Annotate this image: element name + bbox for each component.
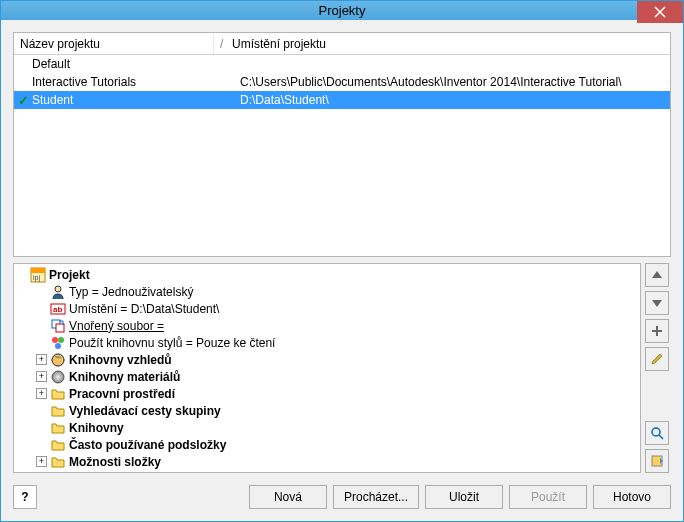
help-icon: ? (21, 490, 28, 504)
tree-workspace[interactable]: + Pracovní prostředí (16, 385, 638, 402)
add-button[interactable] (645, 319, 669, 343)
apply-button[interactable]: Použít (509, 485, 587, 509)
svg-point-9 (58, 337, 64, 343)
save-button[interactable]: Uložit (425, 485, 503, 509)
tree-root[interactable]: ipj Projekt (16, 266, 638, 283)
help-button[interactable]: ? (13, 485, 37, 509)
tree-location[interactable]: ab Umístění = D:\Data\Student\ (16, 300, 638, 317)
list-body: Default Interactive Tutorials C:\Users\P… (14, 55, 670, 256)
project-name: Student (32, 93, 224, 107)
svg-rect-7 (56, 324, 64, 332)
magnifier-icon (650, 426, 664, 440)
tree-appearance-libs[interactable]: + Knihovny vzhledů (16, 351, 638, 368)
project-name: Interactive Tutorials (32, 75, 224, 89)
config-icon (650, 454, 664, 468)
footer: ? Nová Procházet... Uložit Použít Hotovo (13, 479, 671, 509)
tree-style-lib[interactable]: Použít knihovnu stylů = Pouze ke čtení (16, 334, 638, 351)
content-area: Název projektu / Umístění projektu Defau… (1, 20, 683, 521)
svg-text:ab: ab (53, 305, 62, 314)
folder-icon (50, 403, 66, 419)
close-icon (654, 6, 666, 18)
list-header: Název projektu / Umístění projektu (14, 33, 670, 55)
down-icon (650, 296, 664, 310)
tree-nested-file[interactable]: Vnořený soubor = (16, 317, 638, 334)
svg-point-10 (55, 343, 61, 349)
col-header-location[interactable]: Umístění projektu (226, 34, 670, 54)
move-down-button[interactable] (645, 291, 669, 315)
project-dialog: Projekty Název projektu / Umístění proje… (0, 0, 684, 522)
project-icon: ipj (30, 267, 46, 283)
tree-frequent-subfolders[interactable]: Často používané podsložky (16, 436, 638, 453)
config-button[interactable] (645, 449, 669, 473)
tree-libraries[interactable]: Knihovny (16, 419, 638, 436)
new-button[interactable]: Nová (249, 485, 327, 509)
up-icon (650, 268, 664, 282)
move-up-button[interactable] (645, 263, 669, 287)
svg-point-13 (52, 371, 64, 383)
material-icon (50, 369, 66, 385)
check-icon: ✓ (14, 93, 32, 108)
svg-text:ipj: ipj (33, 274, 40, 282)
details-area: ipj Projekt Typ = Jednouživatelský ab (13, 263, 671, 473)
find-button[interactable] (645, 421, 669, 445)
browse-button[interactable]: Procházet... (333, 485, 419, 509)
folder-icon (50, 386, 66, 402)
tree-search-paths[interactable]: Vyhledávací cesty skupiny (16, 402, 638, 419)
svg-rect-1 (31, 268, 45, 273)
svg-point-8 (52, 337, 58, 343)
col-header-name[interactable]: Název projektu (14, 34, 214, 54)
side-buttons (645, 263, 671, 473)
project-list-panel: Název projektu / Umístění projektu Defau… (13, 32, 671, 257)
tree-folder-options[interactable]: + Možnosti složky (16, 453, 638, 470)
expand-icon[interactable]: + (36, 371, 47, 382)
project-name: Default (32, 57, 224, 71)
expand-icon[interactable]: + (36, 388, 47, 399)
person-icon (50, 284, 66, 300)
plus-icon (650, 324, 664, 338)
folder-icon (50, 454, 66, 470)
expand-icon[interactable]: + (36, 456, 47, 467)
project-location: D:\Data\Student\ (224, 93, 670, 107)
expand-icon[interactable]: + (36, 354, 47, 365)
project-row[interactable]: Default (14, 55, 670, 73)
folder-icon (50, 437, 66, 453)
project-tree: ipj Projekt Typ = Jednouživatelský ab (13, 263, 641, 473)
svg-point-3 (55, 286, 61, 292)
project-row[interactable]: ✓ Student D:\Data\Student\ (14, 91, 670, 109)
pencil-icon (650, 352, 664, 366)
edit-button[interactable] (645, 347, 669, 371)
project-location: C:\Users\Public\Documents\Autodesk\Inven… (224, 75, 670, 89)
tree-type[interactable]: Typ = Jednouživatelský (16, 283, 638, 300)
text-icon: ab (50, 301, 66, 317)
styles-icon (50, 335, 66, 351)
window-title: Projekty (1, 3, 683, 18)
project-row[interactable]: Interactive Tutorials C:\Users\Public\Do… (14, 73, 670, 91)
globe-icon (50, 352, 66, 368)
col-header-sep: / (214, 34, 226, 54)
titlebar: Projekty (1, 1, 683, 20)
folder-icon (50, 420, 66, 436)
tree-material-libs[interactable]: + Knihovny materiálů (16, 368, 638, 385)
done-button[interactable]: Hotovo (593, 485, 671, 509)
close-button[interactable] (637, 1, 683, 23)
svg-point-14 (652, 428, 660, 436)
nested-icon (50, 318, 66, 334)
